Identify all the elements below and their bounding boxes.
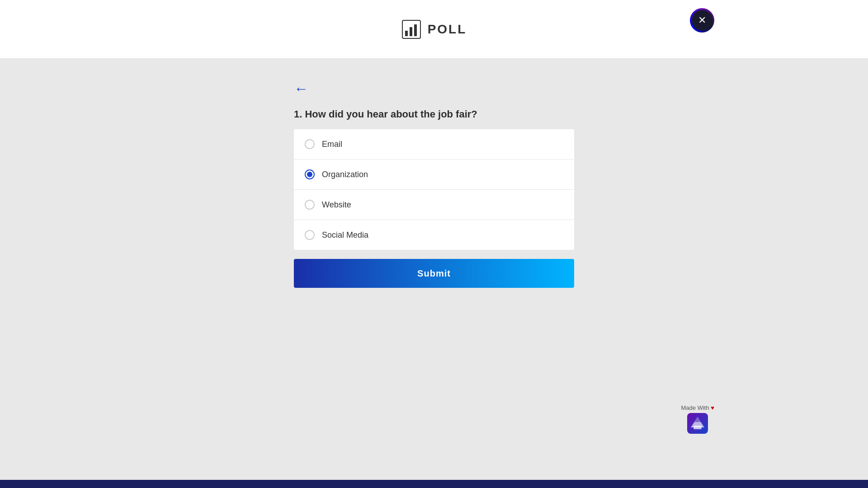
- radio-social-media: [305, 230, 315, 240]
- poll-container: ← 1. How did you hear about the job fair…: [294, 81, 574, 288]
- bottom-bar: [0, 480, 868, 488]
- close-button[interactable]: ✕: [690, 8, 714, 33]
- back-arrow-icon: ←: [294, 81, 308, 96]
- poll-icon: [401, 19, 421, 39]
- close-icon: ✕: [698, 15, 706, 25]
- radio-organization: [305, 169, 315, 179]
- option-label-website: Website: [322, 200, 351, 210]
- svg-rect-3: [414, 24, 417, 36]
- footer-branding: Made With ♥: [681, 404, 714, 434]
- close-button-inner: ✕: [692, 10, 712, 31]
- heart-icon: ♥: [711, 404, 714, 411]
- option-label-social-media: Social Media: [322, 230, 368, 240]
- submit-button[interactable]: Submit: [294, 259, 574, 288]
- main-content: ← 1. How did you hear about the job fair…: [0, 59, 868, 288]
- radio-website: [305, 200, 315, 210]
- radio-inner-organization: [307, 172, 312, 177]
- header: POLL ✕: [0, 0, 868, 59]
- question-text: 1. How did you hear about the job fair?: [294, 108, 574, 120]
- header-title-group: POLL: [401, 19, 467, 39]
- option-label-organization: Organization: [322, 170, 368, 179]
- brand-logo: [687, 413, 708, 434]
- option-social-media[interactable]: Social Media: [294, 220, 574, 250]
- option-email[interactable]: Email: [294, 129, 574, 160]
- back-button[interactable]: ←: [294, 81, 308, 96]
- svg-rect-7: [693, 426, 702, 429]
- radio-email: [305, 139, 315, 149]
- svg-rect-1: [405, 31, 408, 36]
- svg-rect-2: [410, 27, 412, 36]
- options-list: Email Organization Website Social Media: [294, 129, 574, 250]
- option-organization[interactable]: Organization: [294, 160, 574, 190]
- made-with-text: Made With ♥: [681, 404, 714, 411]
- option-label-email: Email: [322, 140, 342, 149]
- header-title: POLL: [428, 22, 467, 37]
- option-website[interactable]: Website: [294, 190, 574, 220]
